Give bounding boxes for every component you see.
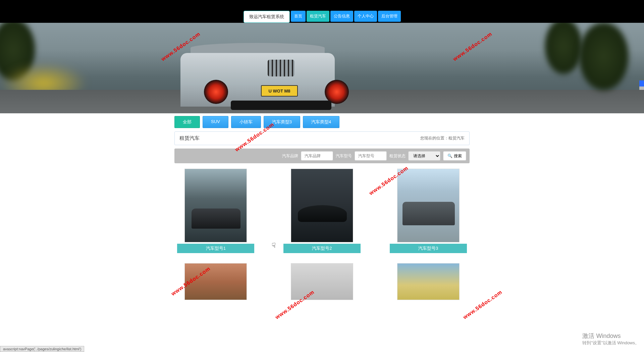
car-card-1[interactable]: 汽车型号1 xyxy=(174,169,257,253)
car-image xyxy=(291,263,353,300)
top-nav: 致远汽车租赁系统 首页 租赁汽车 公告信息 个人中心 后台管理 xyxy=(0,10,644,23)
model-label: 汽车型号 xyxy=(336,153,352,159)
search-bar: 汽车品牌 汽车型号 租赁状态 请选择 🔍 搜索 xyxy=(174,149,470,163)
page-title: 租赁汽车 xyxy=(179,135,200,141)
car-card-2[interactable]: 汽车型号2 xyxy=(281,169,364,253)
car-card-3[interactable]: 汽车型号3 xyxy=(387,169,470,253)
browser-status-bar: avascript:navPage('../pages/zulingiche/l… xyxy=(0,346,84,352)
car-label: 汽车型号3 xyxy=(390,244,467,253)
car-image xyxy=(397,263,460,300)
car-image xyxy=(184,263,247,300)
carousel-indicator-2[interactable] xyxy=(639,86,644,90)
nav-admin[interactable]: 后台管理 xyxy=(378,11,401,22)
carousel-indicator[interactable] xyxy=(639,80,644,86)
nav-rental[interactable]: 租赁汽车 xyxy=(307,11,329,22)
brand-input[interactable] xyxy=(301,151,333,161)
car-label: 汽车型号2 xyxy=(283,244,361,253)
tab-suv[interactable]: SUV xyxy=(203,116,228,128)
car-label: 汽车型号1 xyxy=(177,244,254,253)
tab-type3[interactable]: 汽车类型3 xyxy=(264,116,300,128)
car-image xyxy=(184,169,247,242)
nav-personal[interactable]: 个人中心 xyxy=(354,11,377,22)
car-card-6[interactable] xyxy=(387,263,470,300)
nav-notice[interactable]: 公告信息 xyxy=(330,11,353,22)
nav-home[interactable]: 首页 xyxy=(291,11,306,22)
tab-sedan[interactable]: 小轿车 xyxy=(231,116,261,128)
category-tabs: 全部 SUV 小轿车 汽车类型3 汽车类型4 xyxy=(174,116,470,128)
search-button[interactable]: 🔍 搜索 xyxy=(443,151,466,161)
breadcrumb: 您现在的位置：租赁汽车 xyxy=(420,135,465,141)
car-image xyxy=(291,169,353,242)
tab-all[interactable]: 全部 xyxy=(174,116,200,128)
brand-label: 致远汽车租赁系统 xyxy=(244,11,290,23)
car-image xyxy=(397,169,460,242)
search-icon: 🔍 xyxy=(447,154,452,158)
car-grid: 汽车型号1 汽车型号2 汽车型号3 xyxy=(174,169,470,300)
brand-label: 汽车品牌 xyxy=(282,153,298,159)
license-plate: U WOT M8 xyxy=(261,85,298,97)
model-input[interactable] xyxy=(355,151,387,161)
windows-activation-notice: 激活 Windows 转到"设置"以激活 Windows。 xyxy=(582,332,639,346)
car-card-5[interactable] xyxy=(281,263,364,300)
status-label: 租赁状态 xyxy=(389,153,406,159)
hero-banner: U WOT M8 xyxy=(0,23,644,113)
status-select[interactable]: 请选择 xyxy=(408,151,440,161)
breadcrumb-bar: 租赁汽车 您现在的位置：租赁汽车 xyxy=(174,131,470,145)
car-card-4[interactable] xyxy=(174,263,257,300)
tab-type4[interactable]: 汽车类型4 xyxy=(303,116,339,128)
